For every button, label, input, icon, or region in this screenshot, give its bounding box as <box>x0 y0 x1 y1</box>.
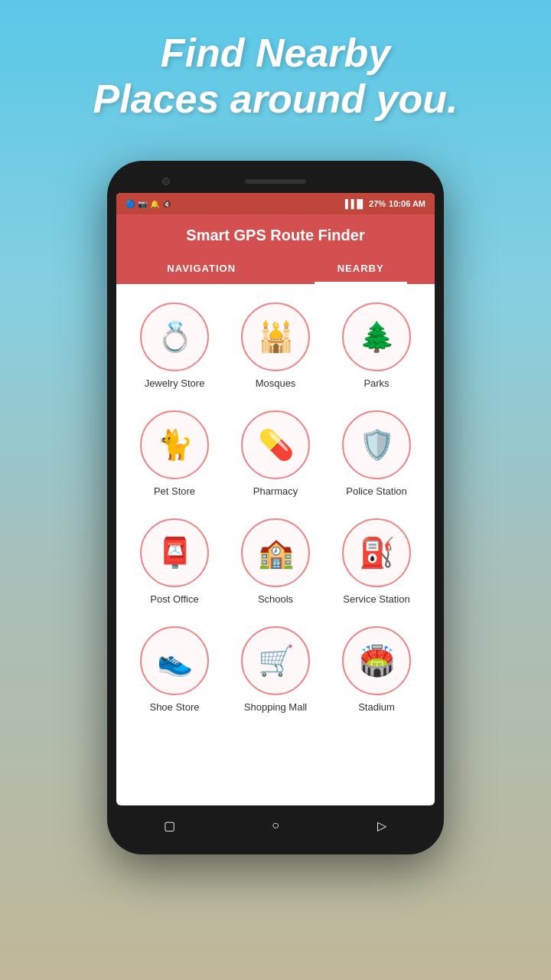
category-item[interactable]: 👟Shoe Store <box>124 616 225 724</box>
category-item[interactable]: 💊Pharmacy <box>225 400 326 508</box>
phone-frame: 🔵 📷 🔔 🔇 ▐▐▐▌ 27% 10:06 AM Smart GPS Rout… <box>107 161 444 854</box>
category-emoji: 💍 <box>157 322 193 351</box>
category-circle-icon: 🛒 <box>241 626 310 695</box>
category-label: Schools <box>258 593 293 605</box>
category-emoji: 📮 <box>157 538 193 567</box>
category-emoji: 👟 <box>157 646 193 675</box>
category-label: Jewelry Store <box>145 377 205 389</box>
category-label: Post Office <box>150 593 198 605</box>
app-title: Smart GPS Route Finder <box>116 227 435 255</box>
category-circle-icon: 🕌 <box>241 302 310 371</box>
category-item[interactable]: 🛡️Police Station <box>326 400 427 508</box>
category-emoji: ⛽ <box>359 538 395 567</box>
category-item[interactable]: 🌲Parks <box>326 292 427 400</box>
recents-button[interactable]: ▷ <box>371 815 393 836</box>
phone-nav-bar: ▢ ○ ▷ <box>116 805 435 845</box>
category-label: Police Station <box>346 485 407 497</box>
category-circle-icon: 💍 <box>140 302 209 371</box>
phone-notch <box>116 170 435 193</box>
camera-icon <box>162 178 170 185</box>
category-circle-icon: 🛡️ <box>342 410 411 479</box>
status-bar: 🔵 📷 🔔 🔇 ▐▐▐▌ 27% 10:06 AM <box>116 193 435 214</box>
home-button[interactable]: ○ <box>265 815 286 836</box>
category-circle-icon: 🏟️ <box>342 626 411 695</box>
category-emoji: 🛡️ <box>359 430 395 459</box>
category-item[interactable]: 🕌Mosques <box>225 292 326 400</box>
category-item[interactable]: 💍Jewelry Store <box>124 292 225 400</box>
category-label: Service Station <box>343 593 409 605</box>
category-label: Shoe Store <box>149 701 199 713</box>
category-circle-icon: ⛽ <box>342 518 411 587</box>
categories-grid: 💍Jewelry Store🕌Mosques🌲Parks🐈Pet Store💊P… <box>116 284 435 731</box>
signal-icon: ▐▐▐▌ <box>342 199 366 208</box>
hero-headline: Find Nearby Places around you. <box>0 31 551 122</box>
category-label: Pet Store <box>154 485 195 497</box>
category-circle-icon: 🐈 <box>140 410 209 479</box>
back-button[interactable]: ▢ <box>158 815 180 836</box>
category-label: Parks <box>364 377 389 389</box>
category-item[interactable]: 🏫Schools <box>225 508 326 616</box>
status-left-icons: 🔵 📷 🔔 🔇 <box>126 200 171 208</box>
battery-text: 27% <box>369 199 386 208</box>
category-label: Mosques <box>256 377 296 389</box>
category-emoji: 💊 <box>258 430 294 459</box>
category-emoji: 🐈 <box>157 430 193 459</box>
speaker <box>245 179 306 184</box>
phone-screen: 🔵 📷 🔔 🔇 ▐▐▐▌ 27% 10:06 AM Smart GPS Rout… <box>116 193 435 805</box>
category-label: Stadium <box>358 701 395 713</box>
category-item[interactable]: 🛒Shopping Mall <box>225 616 326 724</box>
category-circle-icon: 🌲 <box>342 302 411 371</box>
phone-mockup: 🔵 📷 🔔 🔇 ▐▐▐▌ 27% 10:06 AM Smart GPS Rout… <box>107 161 444 854</box>
category-circle-icon: 💊 <box>241 410 310 479</box>
category-item[interactable]: 🐈Pet Store <box>124 400 225 508</box>
category-item[interactable]: 🏟️Stadium <box>326 616 427 724</box>
app-header: Smart GPS Route Finder NAVIGATION NEARBY <box>116 214 435 284</box>
category-emoji: 🛒 <box>258 646 294 675</box>
category-emoji: 🏫 <box>258 538 294 567</box>
category-label: Pharmacy <box>253 485 298 497</box>
nav-tabs: NAVIGATION NEARBY <box>116 255 435 284</box>
category-item[interactable]: ⛽Service Station <box>326 508 427 616</box>
category-item[interactable]: 📮Post Office <box>124 508 225 616</box>
category-circle-icon: 📮 <box>140 518 209 587</box>
category-emoji: 🕌 <box>258 322 294 351</box>
status-right-info: ▐▐▐▌ 27% 10:06 AM <box>342 199 425 208</box>
category-circle-icon: 👟 <box>140 626 209 695</box>
tab-navigation[interactable]: NAVIGATION <box>144 255 259 284</box>
category-circle-icon: 🏫 <box>241 518 310 587</box>
tab-nearby[interactable]: NEARBY <box>315 255 407 284</box>
category-emoji: 🏟️ <box>359 646 395 675</box>
time-display: 10:06 AM <box>389 199 425 208</box>
category-label: Shopping Mall <box>244 701 307 713</box>
category-emoji: 🌲 <box>359 322 395 351</box>
